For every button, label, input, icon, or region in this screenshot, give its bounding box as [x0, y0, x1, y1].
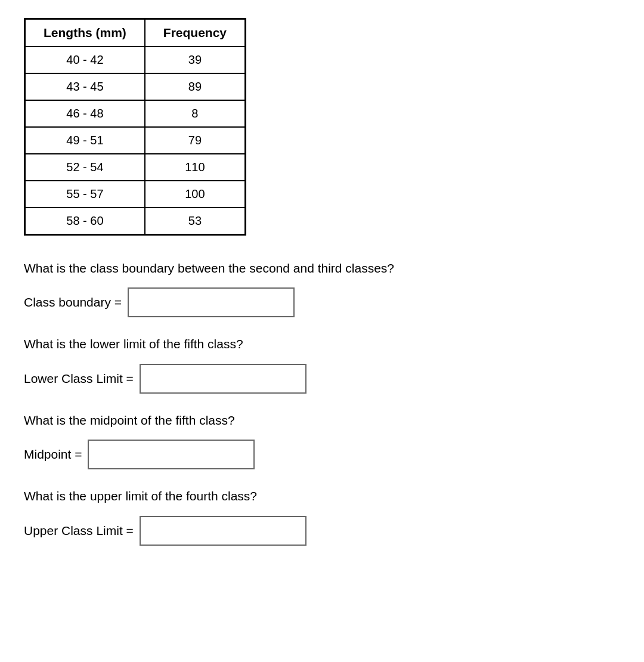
col-header-lengths: Lengths (mm) — [25, 19, 145, 47]
frequency-cell: 110 — [145, 154, 246, 181]
table-row: 43 - 4589 — [25, 73, 246, 100]
table-row: 40 - 4239 — [25, 47, 246, 73]
question-block-q4: What is the upper limit of the fourth cl… — [24, 487, 620, 545]
table-row: 49 - 5179 — [25, 127, 246, 154]
lengths-cell: 43 - 45 — [25, 73, 145, 100]
answer-input-q4[interactable] — [140, 516, 306, 546]
answer-label-q3: Midpoint = — [24, 447, 82, 462]
question-block-q1: What is the class boundary between the s… — [24, 259, 620, 317]
lengths-cell: 52 - 54 — [25, 154, 145, 181]
answer-row-q2: Lower Class Limit = — [24, 364, 620, 394]
question-text-q3: What is the midpoint of the fifth class? — [24, 412, 620, 429]
answer-row-q4: Upper Class Limit = — [24, 516, 620, 546]
frequency-cell: 39 — [145, 47, 246, 73]
answer-label-q1: Class boundary = — [24, 295, 122, 310]
table-row: 55 - 57100 — [25, 181, 246, 208]
frequency-cell: 8 — [145, 100, 246, 127]
frequency-table: Lengths (mm) Frequency 40 - 423943 - 458… — [24, 18, 620, 236]
question-block-q3: What is the midpoint of the fifth class?… — [24, 412, 620, 469]
table-row: 52 - 54110 — [25, 154, 246, 181]
answer-input-q1[interactable] — [128, 287, 295, 317]
lengths-cell: 46 - 48 — [25, 100, 145, 127]
frequency-cell: 100 — [145, 181, 246, 208]
lengths-cell: 58 - 60 — [25, 208, 145, 235]
frequency-cell: 53 — [145, 208, 246, 235]
question-text-q2: What is the lower limit of the fifth cla… — [24, 335, 620, 352]
col-header-frequency: Frequency — [145, 19, 246, 47]
answer-input-q2[interactable] — [140, 364, 306, 394]
lengths-cell: 49 - 51 — [25, 127, 145, 154]
question-text-q1: What is the class boundary between the s… — [24, 259, 620, 277]
frequency-cell: 89 — [145, 73, 246, 100]
question-block-q2: What is the lower limit of the fifth cla… — [24, 335, 620, 393]
answer-label-q2: Lower Class Limit = — [24, 372, 134, 386]
lengths-cell: 55 - 57 — [25, 181, 145, 208]
answer-row-q3: Midpoint = — [24, 440, 620, 469]
lengths-cell: 40 - 42 — [25, 47, 145, 73]
answer-label-q4: Upper Class Limit = — [24, 524, 134, 538]
table-row: 58 - 6053 — [25, 208, 246, 235]
answer-input-q3[interactable] — [88, 440, 255, 469]
frequency-cell: 79 — [145, 127, 246, 154]
question-text-q4: What is the upper limit of the fourth cl… — [24, 487, 620, 505]
table-row: 46 - 488 — [25, 100, 246, 127]
answer-row-q1: Class boundary = — [24, 287, 620, 317]
